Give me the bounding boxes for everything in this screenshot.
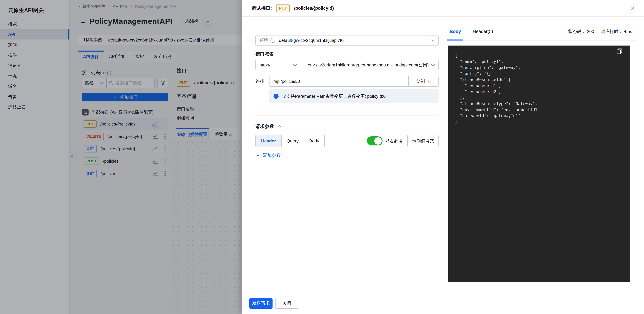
- response-tabs: Body Header(5) 状态码： 200 响应耗时： 4ms: [448, 17, 636, 40]
- drawer-path: /policies/{policyId}: [294, 6, 334, 11]
- info-alert-text: 仅支持Parameter Path参数变更，参数变更: policyId:0: [282, 93, 386, 99]
- time-value: 4ms: [624, 29, 632, 34]
- fill-example-button[interactable]: 示例值填充: [407, 135, 438, 147]
- status-value: 200: [587, 29, 594, 34]
- required-only-toggle[interactable]: [367, 137, 382, 146]
- scheme-select[interactable]: http://: [256, 60, 300, 70]
- request-params-heading[interactable]: 请求参数: [256, 123, 438, 130]
- env-select[interactable]: 环境 i default-gw-ctv2cq6m1hkkjuapl7t0: [256, 35, 438, 45]
- toggle-knob: [374, 137, 382, 145]
- add-param-link[interactable]: ＋ 添加参数: [256, 152, 438, 158]
- modal-mask: [0, 0, 242, 314]
- env-select-label: 环境: [260, 37, 268, 43]
- app-window: 云原生API网关 概览 API 实例 插件 消费者 环境 域名 告警 迁移上云 …: [0, 0, 644, 314]
- close-button[interactable]: 关闭: [275, 298, 298, 309]
- divider: [256, 116, 438, 116]
- path-row: 路径 /api/policies/0 复制: [256, 76, 438, 87]
- send-request-button[interactable]: 发送请求: [250, 298, 272, 309]
- param-type-segmented: Header Query Body: [256, 135, 325, 147]
- chevron-down-icon: [427, 79, 431, 83]
- chevron-down-icon: [431, 38, 435, 42]
- chevron-up-icon: [278, 125, 281, 129]
- info-icon: i: [274, 94, 278, 99]
- chevron-down-icon: [293, 63, 297, 66]
- copy-button[interactable]: 复制: [409, 76, 438, 87]
- status-code: 状态码： 200: [568, 29, 594, 34]
- domain-row: http:// env-ctv2ddem1hkiiernnrgg-cn-hang…: [256, 60, 438, 70]
- info-outline-icon: i: [270, 38, 275, 43]
- domain-section-label: 接口域名: [256, 51, 438, 57]
- segment-query[interactable]: Query: [281, 135, 304, 147]
- tab-response-body[interactable]: Body: [450, 29, 461, 40]
- domain-select[interactable]: env-ctv2ddem1hkiiernnrgg-cn-hangzhou.ali…: [304, 60, 438, 70]
- response-json: { "name": "policy1", "description": "gat…: [448, 45, 630, 132]
- divider: [256, 109, 438, 110]
- debug-form: 环境 i default-gw-ctv2cq6m1hkkjuapl7t0 接口域…: [256, 17, 438, 158]
- env-select-value: default-gw-ctv2cq6m1hkkjuapl7t0: [279, 38, 344, 43]
- segment-header[interactable]: Header: [256, 135, 281, 147]
- copy-icon[interactable]: [617, 48, 622, 55]
- response-meta: 状态码： 200 响应耗时： 4ms: [568, 29, 632, 34]
- chevron-down-icon: [431, 63, 435, 66]
- plus-icon: ＋: [256, 153, 260, 158]
- drawer-header: 调试接口: PUT /policies/{policyId}: [242, 0, 644, 17]
- tab-response-header[interactable]: Header(5): [473, 29, 493, 40]
- segment-body[interactable]: Body: [304, 135, 324, 147]
- response-panel: Body Header(5) 状态码： 200 响应耗时： 4ms { "nam…: [448, 17, 636, 292]
- drawer-footer: 发送请求 关闭: [242, 292, 644, 314]
- required-only-label: 只看必填: [385, 138, 403, 144]
- path-label: 路径: [256, 78, 265, 84]
- info-alert: i 仅支持Parameter Path参数变更，参数变更: policyId:0: [269, 89, 438, 103]
- method-badge: PUT: [276, 4, 290, 12]
- debug-drawer: 调试接口: PUT /policies/{policyId} × 环境 i de…: [242, 0, 644, 314]
- response-body-terminal[interactable]: { "name": "policy1", "description": "gat…: [448, 45, 630, 282]
- response-time: 响应耗时： 4ms: [601, 29, 632, 34]
- drawer-vertical-divider: [444, 17, 444, 292]
- path-input[interactable]: /api/policies/0: [269, 76, 409, 87]
- params-controls-row: Header Query Body 只看必填 示例值填充: [256, 135, 438, 147]
- close-icon[interactable]: ×: [628, 3, 638, 13]
- drawer-title: 调试接口:: [252, 5, 272, 11]
